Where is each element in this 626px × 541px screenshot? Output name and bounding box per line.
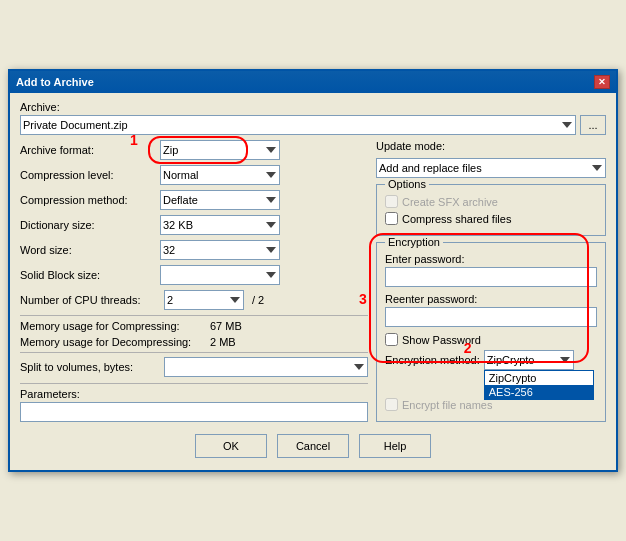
solid-block-label: Solid Block size: [20, 269, 160, 281]
browse-button[interactable]: ... [580, 115, 606, 135]
archive-label: Archive: [20, 101, 606, 113]
main-layout: Archive format: Zip 7z BZip2 GZip TAR WI… [20, 140, 606, 428]
cpu-threads-row: Number of CPU threads: 1 2 4 8 / 2 [20, 290, 368, 310]
solid-block-row: Solid Block size: [20, 265, 368, 285]
compression-method-select[interactable]: Deflate Deflate64 BZip2 LZMA PPMd [160, 190, 280, 210]
create-sfx-label: Create SFX archive [402, 196, 498, 208]
dialog-title: Add to Archive [16, 76, 94, 88]
word-size-row: Word size: 8 16 32 64 128 256 [20, 240, 368, 260]
compression-level-select[interactable]: Store Fastest Fast Normal Maximum Ultra [160, 165, 280, 185]
enc-method-container: ZipCrypto AES-256 ZipCrypto AES-256 2 [484, 350, 574, 370]
compression-level-row: Compression level: Store Fastest Fast No… [20, 165, 368, 185]
compression-level-label: Compression level: [20, 169, 160, 181]
split-select[interactable] [164, 357, 368, 377]
right-column: Update mode: Add and replace files Updat… [376, 140, 606, 428]
left-column: Archive format: Zip 7z BZip2 GZip TAR WI… [20, 140, 368, 428]
create-sfx-row: Create SFX archive [385, 195, 597, 208]
word-size-label: Word size: [20, 244, 160, 256]
compression-method-row: Compression method: Deflate Deflate64 BZ… [20, 190, 368, 210]
cpu-threads-select[interactable]: 1 2 4 8 [164, 290, 244, 310]
params-row: Parameters: [20, 388, 368, 422]
close-button[interactable]: ✕ [594, 75, 610, 89]
mem-decompress-value: 2 MB [210, 336, 236, 348]
archive-input[interactable]: Private Document.zip [20, 115, 576, 135]
split-label: Split to volumes, bytes: [20, 361, 160, 373]
params-input[interactable] [20, 402, 368, 422]
mem-compress-label: Memory usage for Compressing: [20, 320, 210, 332]
bottom-buttons: OK Cancel Help [20, 428, 606, 462]
cpu-threads-total: / 2 [252, 294, 264, 306]
solid-block-select[interactable] [160, 265, 280, 285]
options-inner: Create SFX archive Compress shared files [385, 195, 597, 225]
compress-shared-label: Compress shared files [402, 213, 511, 225]
mem-decompress-label: Memory usage for Decompressing: [20, 336, 210, 348]
enter-password-label: Enter password: [385, 253, 597, 265]
dictionary-size-select[interactable]: 16 KB 32 KB 64 KB 128 KB 256 KB [160, 215, 280, 235]
compress-shared-row: Compress shared files [385, 212, 597, 225]
archive-format-row: Archive format: Zip 7z BZip2 GZip TAR WI… [20, 140, 368, 160]
dropdown-item-zipcrypto[interactable]: ZipCrypto [485, 371, 593, 385]
separator-2 [20, 352, 368, 353]
create-sfx-checkbox[interactable] [385, 195, 398, 208]
enc-method-row: Encryption method: ZipCrypto AES-256 Zip… [385, 350, 597, 370]
split-row: Split to volumes, bytes: [20, 357, 368, 377]
params-label: Parameters: [20, 388, 368, 400]
dialog-body: Archive: Private Document.zip ... Archiv… [10, 93, 616, 470]
mem-compress-row: Memory usage for Compressing: 67 MB [20, 320, 368, 332]
options-title: Options [385, 178, 429, 190]
help-button[interactable]: Help [359, 434, 431, 458]
enc-method-dropdown: ZipCrypto AES-256 [484, 370, 594, 400]
dictionary-size-row: Dictionary size: 16 KB 32 KB 64 KB 128 K… [20, 215, 368, 235]
mem-decompress-row: Memory usage for Decompressing: 2 MB [20, 336, 368, 348]
compress-shared-checkbox[interactable] [385, 212, 398, 225]
enc-method-label: Encryption method: [385, 354, 480, 366]
separator-3 [20, 383, 368, 384]
encryption-title: Encryption [385, 236, 443, 248]
update-mode-select[interactable]: Add and replace files Update and add fil… [376, 158, 606, 178]
cancel-button[interactable]: Cancel [277, 434, 349, 458]
enc-method-select[interactable]: ZipCrypto AES-256 [484, 350, 574, 370]
compression-method-label: Compression method: [20, 194, 160, 206]
update-mode-label: Update mode: [376, 140, 445, 152]
title-bar: Add to Archive ✕ [10, 71, 616, 93]
dialog-window: Add to Archive ✕ Archive: Private Docume… [8, 69, 618, 472]
archive-row: Private Document.zip ... [20, 115, 606, 135]
options-group: Options Create SFX archive Compress shar… [376, 184, 606, 236]
dictionary-size-label: Dictionary size: [20, 219, 160, 231]
encryption-inner: Enter password: Reenter password: Show P… [385, 253, 597, 411]
show-password-checkbox[interactable] [385, 333, 398, 346]
ok-button[interactable]: OK [195, 434, 267, 458]
reenter-password-label: Reenter password: [385, 293, 597, 305]
mem-compress-value: 67 MB [210, 320, 242, 332]
encryption-group: Encryption 3 Enter password: Reenter pas… [376, 242, 606, 422]
word-size-select[interactable]: 8 16 32 64 128 256 [160, 240, 280, 260]
cpu-threads-label: Number of CPU threads: [20, 294, 160, 306]
archive-format-select[interactable]: Zip 7z BZip2 GZip TAR WIM XZ [160, 140, 280, 160]
show-password-row: Show Password [385, 333, 597, 346]
archive-format-label: Archive format: [20, 144, 160, 156]
enc-file-names-checkbox[interactable] [385, 398, 398, 411]
update-mode-select-row: Add and replace files Update and add fil… [376, 158, 606, 178]
show-password-label: Show Password [402, 334, 481, 346]
enc-file-names-label: Encrypt file names [402, 399, 492, 411]
enter-password-input[interactable] [385, 267, 597, 287]
update-mode-row: Update mode: [376, 140, 606, 152]
reenter-password-input[interactable] [385, 307, 597, 327]
separator-1 [20, 315, 368, 316]
dropdown-item-aes256[interactable]: AES-256 [485, 385, 593, 399]
